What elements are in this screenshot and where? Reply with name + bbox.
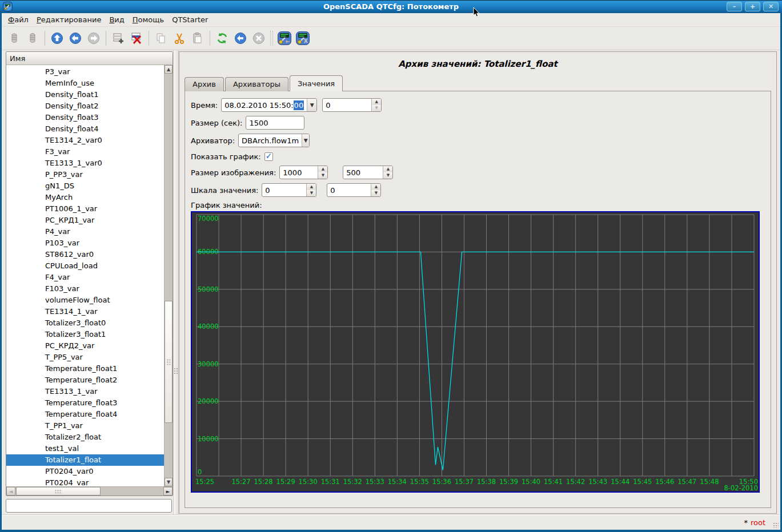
svg-text:15:29: 15:29	[276, 478, 295, 486]
scale-min-spinbox[interactable]: 0 ▲▼	[262, 183, 316, 197]
db-load-icon[interactable]	[5, 29, 23, 47]
tree-item[interactable]: PT0204_var0	[6, 466, 164, 477]
tree-item[interactable]: PC_КРД1_var	[6, 215, 164, 226]
tree-item[interactable]: gN1_DS	[6, 180, 164, 192]
tree-item[interactable]: Density_float4	[6, 123, 164, 135]
tree-item[interactable]: volumeFlow_float	[6, 295, 164, 306]
values-chart: 01000020000300004000050000600007000015:2…	[191, 211, 760, 493]
tree-item[interactable]: TE1314_2_var0	[6, 135, 164, 146]
tab-archivators[interactable]: Архиваторы	[225, 77, 288, 91]
tree-filter-input[interactable]	[6, 499, 172, 513]
tree-item[interactable]: P3_var	[6, 66, 164, 78]
tree-item[interactable]: Totalizer1_float	[6, 454, 164, 466]
scroll-left-button[interactable]: ◄	[6, 487, 15, 495]
tree-horizontal-scrollbar[interactable]: ◄ ►	[6, 486, 173, 495]
vertical-scroll-thumb[interactable]	[165, 301, 173, 423]
show-graph-checkbox[interactable]: ✓	[264, 152, 273, 161]
tab-archive[interactable]: Архив	[185, 77, 224, 91]
menu-item[interactable]: Вид	[105, 14, 128, 26]
archiver-combobox[interactable]: DBArch.flow1m ▼	[238, 134, 310, 147]
tree-vertical-scrollbar[interactable]: ▲ ▼	[164, 65, 173, 486]
maximize-button[interactable]: +	[745, 2, 760, 11]
menu-item[interactable]: QTStarter	[168, 14, 212, 26]
item-del-icon[interactable]	[127, 29, 146, 47]
tree-item[interactable]: test1_val	[6, 443, 164, 454]
tree-item[interactable]: Density_float2	[6, 100, 164, 112]
forward-icon[interactable]	[85, 29, 103, 47]
tree-item[interactable]: Temperature_float3	[6, 397, 164, 409]
toolbar-drag-handle[interactable]	[270, 31, 273, 46]
spin-arrows[interactable]: ▲▼	[318, 166, 327, 179]
start-icon[interactable]	[231, 29, 250, 47]
tree-item[interactable]: F4_var	[6, 272, 164, 283]
tree-item[interactable]: F103_var	[6, 283, 164, 295]
tree-item[interactable]: CPULoad_load	[6, 260, 164, 272]
tree-item[interactable]: Totalizer3_float1	[6, 329, 164, 340]
item-add-icon[interactable]	[109, 29, 127, 47]
app-icon	[3, 2, 13, 11]
tree-item[interactable]: Totalizer2_float	[6, 432, 164, 443]
image-width-spinbox[interactable]: 1000 ▲▼	[279, 166, 328, 179]
spin-arrows[interactable]: ▲▼	[383, 166, 392, 179]
tree-item[interactable]: T_PP5_var	[6, 352, 164, 363]
tab-values[interactable]: Значения	[290, 75, 343, 91]
tree-item[interactable]: Temperature_float2	[6, 374, 164, 386]
up-icon[interactable]	[48, 29, 66, 47]
tree-header[interactable]: Имя	[6, 52, 173, 65]
tree-item[interactable]: MemInfo_use	[6, 78, 164, 89]
tree-item[interactable]: TE1313_1_var0	[6, 158, 164, 169]
qtstarter-config-icon[interactable]	[275, 29, 294, 47]
cut-icon[interactable]	[170, 29, 189, 47]
scroll-up-button[interactable]: ▲	[165, 65, 173, 74]
tree-item[interactable]: Density_float3	[6, 112, 164, 123]
tree-item[interactable]: PC_КРД2_var	[6, 340, 164, 352]
db-save-icon[interactable]	[23, 29, 42, 47]
archiver-label: Архиватор:	[191, 136, 235, 145]
spin-arrows[interactable]: ▲▼	[371, 99, 381, 111]
time-datetime-field[interactable]: 08.02.2010 15:50:00 ▼	[221, 98, 317, 112]
time-dropdown-button[interactable]: ▼	[307, 99, 316, 111]
title-bar[interactable]: OpenSCADA QTCfg: Потокометр – + ✕	[0, 0, 782, 13]
qtstarter-tools-icon[interactable]	[294, 29, 312, 47]
menu-item[interactable]: Помощь	[129, 14, 168, 26]
tree-item[interactable]: P_PP3_var	[6, 169, 164, 180]
menu-item[interactable]: Файл	[4, 14, 33, 26]
scroll-down-button[interactable]: ▼	[165, 478, 173, 486]
tree-item[interactable]: ST8612_var0	[6, 249, 164, 260]
tree-item[interactable]: F3_var	[6, 146, 164, 158]
tree-item[interactable]: Temperature_float1	[6, 363, 164, 374]
resize-grip[interactable]	[773, 522, 779, 528]
archiver-dropdown-button[interactable]: ▼	[302, 134, 309, 147]
tree-item[interactable]: Totalizer3_float0	[6, 317, 164, 329]
tree-item[interactable]: PT0204_var	[6, 477, 164, 486]
svg-text:15:30: 15:30	[299, 478, 318, 486]
tree-item[interactable]: MyArch	[6, 192, 164, 203]
back-icon[interactable]	[66, 29, 85, 47]
spin-arrows[interactable]: ▲▼	[371, 184, 380, 196]
scale-max-spinbox[interactable]: 0 ▲▼	[327, 183, 381, 197]
tree-item[interactable]: TE1314_1_var	[6, 306, 164, 317]
tree-item[interactable]: T_PP1_var	[6, 420, 164, 432]
tree-item[interactable]: Temperature_float4	[6, 409, 164, 420]
tree-frame: Имя P3_var MemInfo_use Density_float1 D	[6, 51, 173, 496]
refresh-icon[interactable]	[213, 29, 231, 47]
time-usec-spinbox[interactable]: 0 ▲▼	[322, 98, 382, 112]
stop-icon[interactable]	[250, 29, 268, 47]
tree-item[interactable]: TE1313_1_var	[6, 386, 164, 397]
panel-splitter[interactable]	[173, 50, 179, 515]
tree-item[interactable]: PT1006_1_var	[6, 203, 164, 215]
tree-item[interactable]: P103_var	[6, 237, 164, 249]
spin-arrows[interactable]: ▲▼	[306, 184, 316, 196]
tree-item[interactable]: P4_var	[6, 226, 164, 237]
image-height-spinbox[interactable]: 500 ▲▼	[343, 166, 393, 179]
size-input[interactable]: 1500	[246, 116, 304, 130]
close-button[interactable]: ✕	[763, 2, 779, 11]
svg-text:15:45: 15:45	[633, 478, 652, 486]
paste-icon[interactable]	[189, 29, 207, 47]
horizontal-scroll-thumb[interactable]	[16, 487, 101, 495]
tree-item[interactable]: Density_float1	[6, 89, 164, 100]
scroll-right-button[interactable]: ►	[163, 487, 173, 495]
minimize-button[interactable]: –	[727, 2, 742, 11]
copy-icon[interactable]	[152, 29, 170, 47]
menu-item[interactable]: Редактирование	[33, 14, 105, 26]
